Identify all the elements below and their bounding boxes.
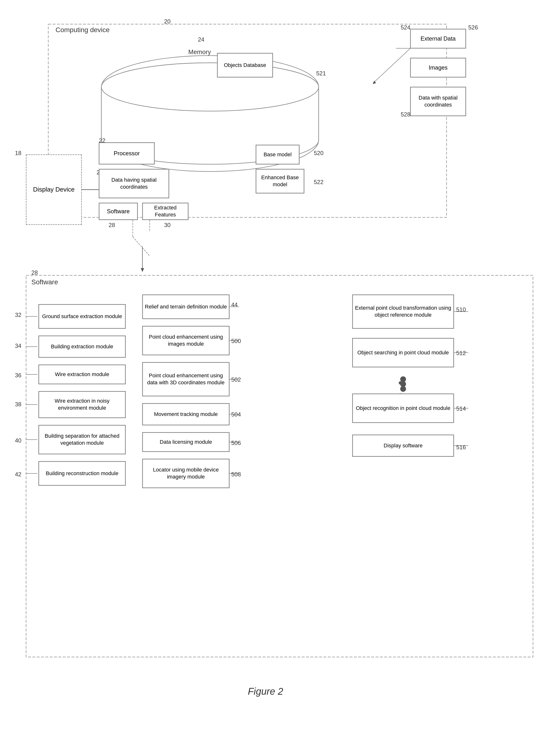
building-extraction-label: Building extraction module — [51, 343, 113, 350]
enhanced-base-model-box: Enhanced Base model — [256, 169, 304, 193]
processor-label: Processor — [114, 149, 140, 157]
diagram-container: 20 18 Display Device Computing device Me… — [0, 0, 560, 729]
objects-database-label: Objects Database — [224, 62, 266, 69]
data-spatial-box: Data having spatial coordinates — [99, 169, 169, 198]
extracted-features-label: Extracted Features — [145, 204, 186, 218]
ref-508: 508 — [231, 471, 241, 478]
svg-rect-7 — [101, 87, 319, 140]
external-point-box: External point cloud transformation usin… — [352, 295, 454, 328]
external-point-label: External point cloud transformation usin… — [355, 304, 451, 318]
data-spatial-right-label: Data with spatial coordinates — [413, 94, 463, 108]
point-cloud-images-box: Point cloud enhancement using images mod… — [142, 326, 229, 355]
ref-516: 516 — [456, 444, 466, 451]
ref-520: 520 — [314, 150, 323, 156]
ref-40: 40 — [15, 437, 21, 444]
ref-34: 34 — [15, 342, 21, 349]
diagram-svg — [0, 0, 560, 729]
ref-30: 30 — [164, 222, 171, 228]
ref-526: 526 — [468, 24, 478, 31]
base-model-box: Base model — [256, 145, 299, 164]
wire-extraction-label: Wire extraction module — [55, 371, 109, 378]
relief-terrain-box: Relief and terrain definition module — [142, 295, 229, 319]
display-device-label: Display Device — [33, 185, 75, 194]
building-sep-label: Building separation for attached vegetat… — [41, 433, 123, 447]
ref-44: 44 — [231, 301, 238, 308]
relief-terrain-label: Relief and terrain definition module — [145, 303, 227, 310]
data-spatial-right-box: Data with spatial coordinates — [410, 87, 466, 116]
svg-point-5 — [101, 56, 319, 118]
movement-tracking-label: Movement tracking module — [154, 411, 218, 418]
building-recon-box: Building reconstruction module — [39, 461, 126, 486]
object-recognition-label: Object recognition in point cloud module — [356, 405, 450, 412]
svg-marker-33 — [141, 268, 144, 272]
computing-device-label: Computing device — [56, 26, 110, 34]
memory-label: Memory — [188, 48, 211, 56]
ref-20: 20 — [164, 18, 171, 25]
figure-label: Figure 2 — [217, 686, 314, 697]
data-licensing-box: Data licensing module — [142, 433, 229, 452]
svg-point-15 — [101, 63, 319, 111]
display-software-box: Display software — [352, 435, 454, 457]
ref-500: 500 — [231, 338, 241, 344]
ground-surface-box: Ground surface extraction module — [39, 304, 126, 328]
svg-marker-27 — [373, 81, 376, 84]
building-extraction-box: Building extraction module — [39, 336, 126, 357]
ref-521: 521 — [316, 70, 326, 77]
point-cloud-images-label: Point cloud enhancement using images mod… — [145, 333, 227, 347]
ref-512: 512 — [456, 350, 466, 356]
ref-528: 528 — [401, 111, 410, 118]
objects-database-box: Objects Database — [217, 53, 273, 77]
software-title: Software — [31, 278, 58, 286]
movement-tracking-box: Movement tracking module — [142, 404, 229, 425]
images-label: Images — [429, 64, 448, 71]
wire-noisy-box: Wire extraction in noisy environment mod… — [39, 391, 126, 418]
external-data-box: External Data — [410, 29, 466, 48]
enhanced-base-model-label: Enhanced Base model — [258, 174, 302, 188]
display-software-label: Display software — [384, 442, 422, 449]
data-licensing-label: Data licensing module — [160, 439, 212, 446]
ref-522: 522 — [314, 179, 323, 185]
object-searching-box: Object searching in point cloud module — [352, 338, 454, 367]
ref-36: 36 — [15, 372, 21, 379]
ref-510: 510 — [456, 306, 466, 313]
object-searching-label: Object searching in point cloud module — [357, 349, 449, 356]
ref-506: 506 — [231, 440, 241, 447]
ref-504: 504 — [231, 411, 241, 418]
extracted-features-box: Extracted Features — [142, 203, 188, 220]
object-recognition-box: Object recognition in point cloud module — [352, 394, 454, 423]
svg-point-10 — [101, 63, 319, 111]
software-box-top: Software — [99, 203, 138, 220]
building-recon-label: Building reconstruction module — [46, 470, 119, 477]
display-device-box: Display Device — [26, 155, 82, 225]
ref-38: 38 — [15, 401, 21, 408]
data-spatial-label: Data having spatial coordinates — [101, 176, 167, 190]
point-cloud-3d-box: Point cloud enhancement using data with … — [142, 362, 229, 396]
locator-mobile-box: Locator using mobile device imagery modu… — [142, 459, 229, 488]
ref-514: 514 — [456, 405, 466, 412]
ref-24: 24 — [198, 36, 204, 43]
locator-mobile-label: Locator using mobile device imagery modu… — [145, 467, 227, 480]
point-cloud-3d-label: Point cloud enhancement using data with … — [145, 372, 227, 386]
svg-line-26 — [374, 48, 410, 82]
external-data-label: External Data — [420, 35, 455, 42]
svg-line-31 — [133, 237, 150, 256]
wire-extraction-box: Wire extraction module — [39, 365, 126, 384]
ref-28b: 28 — [31, 269, 38, 276]
building-sep-box: Building separation for attached vegetat… — [39, 425, 126, 454]
ref-502: 502 — [231, 376, 241, 383]
ref-524: 524 — [401, 24, 410, 31]
ref-32: 32 — [15, 311, 21, 318]
wire-noisy-label: Wire extraction in noisy environment mod… — [41, 398, 123, 412]
ref-28: 28 — [109, 222, 115, 228]
ground-surface-label: Ground surface extraction module — [42, 313, 122, 320]
software-label-top: Software — [107, 207, 130, 215]
processor-box: Processor — [99, 142, 154, 164]
ref-18: 18 — [15, 150, 21, 156]
ref-42: 42 — [15, 471, 21, 478]
base-model-label: Base model — [264, 151, 292, 158]
images-box: Images — [410, 58, 466, 77]
svg-rect-12 — [101, 87, 319, 140]
